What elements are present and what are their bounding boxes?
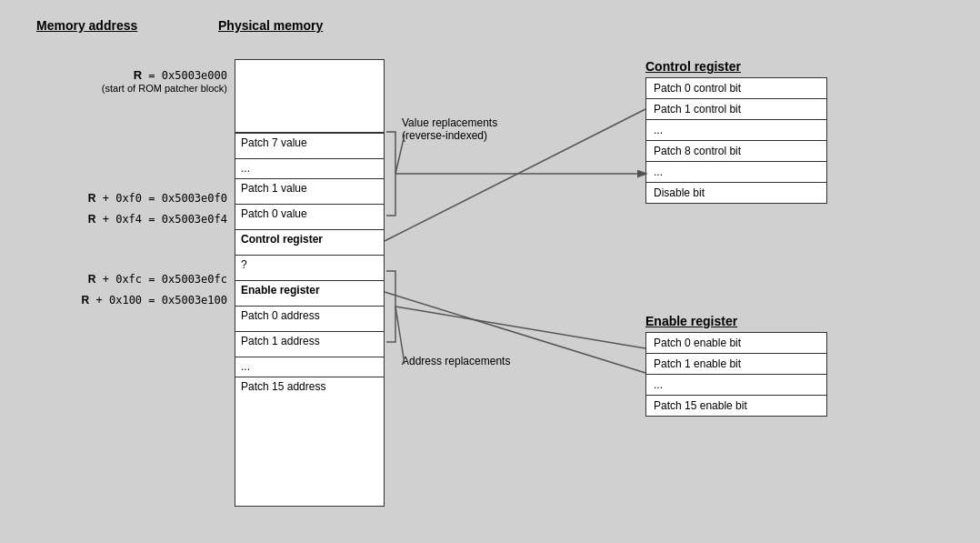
value-replacements-label: Value replacements (reverse-indexed): [402, 116, 497, 142]
cell-patch0-value: Patch 0 value: [235, 204, 384, 229]
reg-dots-ctrl2: ...: [646, 161, 826, 182]
addr-r-start: R = 0x5003e000 (start of ROM patcher blo…: [9, 68, 227, 95]
cell-control-register: Control register: [235, 229, 384, 255]
cell-patch0-address: Patch 0 address: [235, 306, 384, 331]
cell-patch1-address: Patch 1 address: [235, 331, 384, 357]
header-control-register: Control register: [645, 59, 741, 74]
address-replacements-label: Address replacements: [402, 355, 510, 367]
physical-memory-box: Patch 7 value ... Patch 1 value Patch 0 …: [235, 59, 385, 507]
enable-register-box: Patch 0 enable bit Patch 1 enable bit ..…: [645, 332, 827, 417]
svg-line-5: [395, 307, 645, 348]
reg-patch0-en: Patch 0 enable bit: [646, 333, 826, 353]
addr-r-xfc: R + 0xfc = 0x5003e0fc: [9, 273, 227, 286]
cell-patch7-value: Patch 7 value: [235, 133, 384, 158]
reg-patch15-en: Patch 15 enable bit: [646, 395, 826, 416]
cell-patch1-value: Patch 1 value: [235, 178, 384, 204]
reg-patch1-en: Patch 1 enable bit: [646, 353, 826, 374]
reg-dots-en: ...: [646, 374, 826, 395]
reg-dots-ctrl: ...: [646, 119, 826, 140]
addr-r-xf4: R + 0xf4 = 0x5003e0f4: [9, 213, 227, 226]
reg-patch1-ctrl: Patch 1 control bit: [646, 98, 826, 119]
cell-dots2: ...: [235, 357, 384, 377]
reg-patch8-ctrl: Patch 8 control bit: [646, 140, 826, 161]
cell-dots1: ...: [235, 158, 384, 178]
header-physical-memory: Physical memory: [218, 18, 323, 33]
reg-disable-bit: Disable bit: [646, 182, 826, 203]
reg-patch0-ctrl: Patch 0 control bit: [646, 78, 826, 98]
control-register-box: Patch 0 control bit Patch 1 control bit …: [645, 77, 827, 204]
diagram: Memory address Physical memory Control r…: [0, 0, 980, 543]
addr-r-xf0: R + 0xf0 = 0x5003e0f0: [9, 192, 227, 205]
header-memory-address: Memory address: [36, 18, 137, 33]
cell-patch15-address: Patch 15 address: [235, 377, 384, 402]
header-enable-register: Enable register: [645, 314, 737, 328]
cell-enable-register: Enable register: [235, 280, 384, 306]
addr-r-x100: R + 0x100 = 0x5003e100: [9, 294, 227, 307]
cell-question: ?: [235, 255, 384, 280]
